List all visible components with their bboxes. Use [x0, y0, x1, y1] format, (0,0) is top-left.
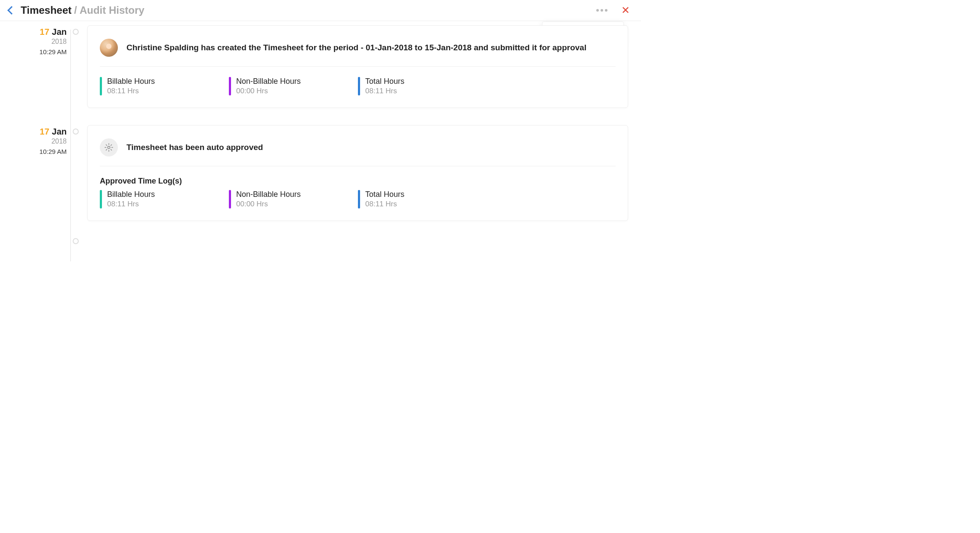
entry-date: 17Jan 2018 10:29 AM	[13, 125, 67, 155]
stat-bar-icon	[358, 190, 360, 208]
stat-value: 08:11 Hrs	[107, 200, 155, 208]
timeline-content: 17Jan 2018 10:29 AM Christine Spalding h…	[0, 21, 641, 261]
stats-row: Billable Hours 08:11 Hrs Non-Billable Ho…	[100, 77, 616, 95]
timeline-dot	[73, 29, 79, 35]
timeline-end	[13, 238, 628, 244]
audit-entry: 17Jan 2018 10:29 AM Christine Spalding h…	[13, 25, 628, 108]
stat-label: Non-Billable Hours	[236, 190, 301, 199]
stat-value: 00:00 Hrs	[236, 87, 301, 95]
card-header: Timesheet has been auto approved	[100, 138, 616, 166]
stat-bar-icon	[100, 77, 102, 95]
date-day: 17	[40, 127, 49, 136]
entry-date: 17Jan 2018 10:29 AM	[13, 25, 67, 55]
stat-value: 08:11 Hrs	[365, 200, 404, 208]
date-day: 17	[40, 27, 49, 37]
stat-bar-icon	[100, 190, 102, 208]
header: Timesheet / Audit History ✕ Print	[0, 0, 641, 21]
timeline-dot	[73, 238, 79, 244]
stat-nonbillable: Non-Billable Hours 00:00 Hrs	[229, 190, 358, 208]
stat-bar-icon	[229, 77, 231, 95]
stat-label: Total Hours	[365, 190, 404, 199]
stat-bar-icon	[229, 190, 231, 208]
date-month: Jan	[52, 27, 67, 37]
date-time: 10:29 AM	[13, 48, 67, 55]
card-title: Christine Spalding has created the Times…	[126, 43, 586, 52]
card-header: Christine Spalding has created the Times…	[100, 39, 616, 67]
timeline-dot	[73, 129, 79, 135]
stat-value: 08:11 Hrs	[365, 87, 404, 95]
section-title: Approved Time Log(s)	[100, 177, 616, 186]
stat-billable: Billable Hours 08:11 Hrs	[100, 77, 229, 95]
stat-bar-icon	[358, 77, 360, 95]
close-button[interactable]: ✕	[619, 5, 632, 15]
audit-card: Timesheet has been auto approved Approve…	[87, 125, 628, 221]
breadcrumb-separator: /	[74, 4, 77, 16]
stat-nonbillable: Non-Billable Hours 00:00 Hrs	[229, 77, 358, 95]
date-year: 2018	[13, 38, 67, 46]
card-title: Timesheet has been auto approved	[126, 143, 263, 152]
stat-label: Total Hours	[365, 77, 404, 86]
stat-value: 00:00 Hrs	[236, 200, 301, 208]
audit-entry: 17Jan 2018 10:29 AM Timesheet has been a…	[13, 125, 628, 221]
date-month: Jan	[52, 127, 67, 136]
more-options-button[interactable]	[594, 6, 610, 14]
stat-total: Total Hours 08:11 Hrs	[358, 190, 487, 208]
audit-card: Christine Spalding has created the Times…	[87, 25, 628, 108]
stat-billable: Billable Hours 08:11 Hrs	[100, 190, 229, 208]
stat-label: Billable Hours	[107, 77, 155, 86]
system-icon	[100, 138, 118, 156]
back-icon[interactable]	[7, 6, 16, 15]
stat-label: Non-Billable Hours	[236, 77, 301, 86]
stat-label: Billable Hours	[107, 190, 155, 199]
stat-value: 08:11 Hrs	[107, 87, 155, 95]
date-year: 2018	[13, 138, 67, 145]
stat-total: Total Hours 08:11 Hrs	[358, 77, 487, 95]
breadcrumb-sub: Audit History	[80, 4, 145, 16]
user-avatar	[100, 39, 118, 57]
stats-row: Billable Hours 08:11 Hrs Non-Billable Ho…	[100, 190, 616, 208]
date-time: 10:29 AM	[13, 148, 67, 155]
svg-point-0	[108, 146, 110, 149]
breadcrumb-main[interactable]: Timesheet	[21, 4, 71, 16]
